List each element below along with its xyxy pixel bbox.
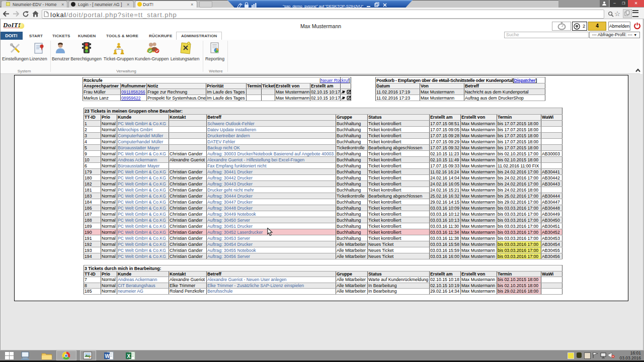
svg-text:X: X <box>127 353 131 359</box>
svg-text:W: W <box>105 353 110 359</box>
